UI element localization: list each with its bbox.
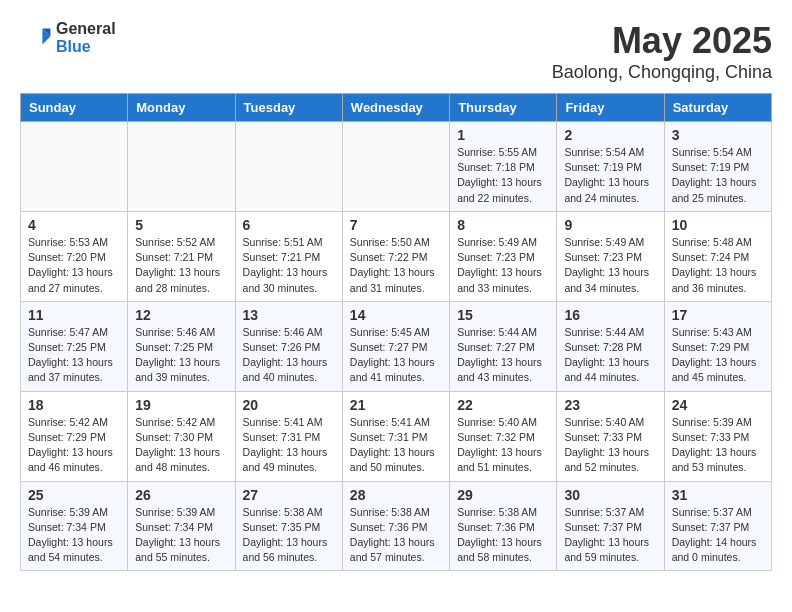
calendar-cell: 16Sunrise: 5:44 AM Sunset: 7:28 PM Dayli… [557,301,664,391]
calendar-cell: 29Sunrise: 5:38 AM Sunset: 7:36 PM Dayli… [450,481,557,571]
logo-blue: Blue [56,38,116,56]
day-number: 31 [672,487,764,503]
day-info: Sunrise: 5:38 AM Sunset: 7:36 PM Dayligh… [457,505,549,566]
calendar-cell: 4Sunrise: 5:53 AM Sunset: 7:20 PM Daylig… [21,211,128,301]
day-number: 11 [28,307,120,323]
day-info: Sunrise: 5:37 AM Sunset: 7:37 PM Dayligh… [564,505,656,566]
calendar-cell: 6Sunrise: 5:51 AM Sunset: 7:21 PM Daylig… [235,211,342,301]
day-info: Sunrise: 5:54 AM Sunset: 7:19 PM Dayligh… [564,145,656,206]
day-number: 20 [243,397,335,413]
calendar-cell: 30Sunrise: 5:37 AM Sunset: 7:37 PM Dayli… [557,481,664,571]
day-number: 7 [350,217,442,233]
day-number: 14 [350,307,442,323]
day-info: Sunrise: 5:46 AM Sunset: 7:26 PM Dayligh… [243,325,335,386]
day-info: Sunrise: 5:52 AM Sunset: 7:21 PM Dayligh… [135,235,227,296]
weekday-header-monday: Monday [128,94,235,122]
day-info: Sunrise: 5:39 AM Sunset: 7:33 PM Dayligh… [672,415,764,476]
logo: General Blue [20,20,116,55]
calendar-cell: 17Sunrise: 5:43 AM Sunset: 7:29 PM Dayli… [664,301,771,391]
day-info: Sunrise: 5:40 AM Sunset: 7:33 PM Dayligh… [564,415,656,476]
calendar-cell: 3Sunrise: 5:54 AM Sunset: 7:19 PM Daylig… [664,122,771,212]
day-number: 27 [243,487,335,503]
day-info: Sunrise: 5:42 AM Sunset: 7:30 PM Dayligh… [135,415,227,476]
calendar-table: SundayMondayTuesdayWednesdayThursdayFrid… [20,93,772,571]
calendar-cell [21,122,128,212]
week-row-4: 18Sunrise: 5:42 AM Sunset: 7:29 PM Dayli… [21,391,772,481]
day-number: 23 [564,397,656,413]
week-row-5: 25Sunrise: 5:39 AM Sunset: 7:34 PM Dayli… [21,481,772,571]
day-number: 15 [457,307,549,323]
weekday-header-friday: Friday [557,94,664,122]
day-info: Sunrise: 5:41 AM Sunset: 7:31 PM Dayligh… [350,415,442,476]
week-row-3: 11Sunrise: 5:47 AM Sunset: 7:25 PM Dayli… [21,301,772,391]
day-number: 12 [135,307,227,323]
calendar-cell: 13Sunrise: 5:46 AM Sunset: 7:26 PM Dayli… [235,301,342,391]
logo-icon [20,22,52,54]
calendar-cell: 25Sunrise: 5:39 AM Sunset: 7:34 PM Dayli… [21,481,128,571]
day-info: Sunrise: 5:49 AM Sunset: 7:23 PM Dayligh… [564,235,656,296]
calendar-cell: 31Sunrise: 5:37 AM Sunset: 7:37 PM Dayli… [664,481,771,571]
calendar-cell: 9Sunrise: 5:49 AM Sunset: 7:23 PM Daylig… [557,211,664,301]
day-number: 2 [564,127,656,143]
weekday-header-sunday: Sunday [21,94,128,122]
weekday-header-tuesday: Tuesday [235,94,342,122]
day-number: 25 [28,487,120,503]
day-info: Sunrise: 5:39 AM Sunset: 7:34 PM Dayligh… [28,505,120,566]
day-number: 16 [564,307,656,323]
day-info: Sunrise: 5:48 AM Sunset: 7:24 PM Dayligh… [672,235,764,296]
day-info: Sunrise: 5:39 AM Sunset: 7:34 PM Dayligh… [135,505,227,566]
week-row-2: 4Sunrise: 5:53 AM Sunset: 7:20 PM Daylig… [21,211,772,301]
day-info: Sunrise: 5:50 AM Sunset: 7:22 PM Dayligh… [350,235,442,296]
day-number: 26 [135,487,227,503]
weekday-header-row: SundayMondayTuesdayWednesdayThursdayFrid… [21,94,772,122]
day-number: 30 [564,487,656,503]
day-number: 21 [350,397,442,413]
calendar-cell: 14Sunrise: 5:45 AM Sunset: 7:27 PM Dayli… [342,301,449,391]
calendar-cell: 22Sunrise: 5:40 AM Sunset: 7:32 PM Dayli… [450,391,557,481]
day-number: 10 [672,217,764,233]
day-info: Sunrise: 5:51 AM Sunset: 7:21 PM Dayligh… [243,235,335,296]
calendar-cell [342,122,449,212]
day-number: 24 [672,397,764,413]
day-number: 5 [135,217,227,233]
calendar-cell: 11Sunrise: 5:47 AM Sunset: 7:25 PM Dayli… [21,301,128,391]
day-number: 13 [243,307,335,323]
calendar-cell: 21Sunrise: 5:41 AM Sunset: 7:31 PM Dayli… [342,391,449,481]
weekday-header-wednesday: Wednesday [342,94,449,122]
location-title: Baolong, Chongqing, China [552,62,772,83]
day-info: Sunrise: 5:44 AM Sunset: 7:27 PM Dayligh… [457,325,549,386]
page-header: General Blue May 2025 Baolong, Chongqing… [20,20,772,83]
day-number: 8 [457,217,549,233]
day-number: 1 [457,127,549,143]
day-number: 22 [457,397,549,413]
title-block: May 2025 Baolong, Chongqing, China [552,20,772,83]
day-info: Sunrise: 5:47 AM Sunset: 7:25 PM Dayligh… [28,325,120,386]
calendar-cell [235,122,342,212]
calendar-cell: 2Sunrise: 5:54 AM Sunset: 7:19 PM Daylig… [557,122,664,212]
month-title: May 2025 [552,20,772,62]
calendar-cell: 18Sunrise: 5:42 AM Sunset: 7:29 PM Dayli… [21,391,128,481]
day-number: 29 [457,487,549,503]
day-info: Sunrise: 5:43 AM Sunset: 7:29 PM Dayligh… [672,325,764,386]
calendar-cell: 23Sunrise: 5:40 AM Sunset: 7:33 PM Dayli… [557,391,664,481]
day-info: Sunrise: 5:42 AM Sunset: 7:29 PM Dayligh… [28,415,120,476]
day-info: Sunrise: 5:44 AM Sunset: 7:28 PM Dayligh… [564,325,656,386]
day-info: Sunrise: 5:41 AM Sunset: 7:31 PM Dayligh… [243,415,335,476]
weekday-header-thursday: Thursday [450,94,557,122]
day-info: Sunrise: 5:37 AM Sunset: 7:37 PM Dayligh… [672,505,764,566]
calendar-cell: 27Sunrise: 5:38 AM Sunset: 7:35 PM Dayli… [235,481,342,571]
calendar-cell: 1Sunrise: 5:55 AM Sunset: 7:18 PM Daylig… [450,122,557,212]
calendar-cell: 24Sunrise: 5:39 AM Sunset: 7:33 PM Dayli… [664,391,771,481]
day-number: 9 [564,217,656,233]
logo-text: General Blue [56,20,116,55]
calendar-cell: 28Sunrise: 5:38 AM Sunset: 7:36 PM Dayli… [342,481,449,571]
day-info: Sunrise: 5:53 AM Sunset: 7:20 PM Dayligh… [28,235,120,296]
calendar-cell: 15Sunrise: 5:44 AM Sunset: 7:27 PM Dayli… [450,301,557,391]
day-info: Sunrise: 5:45 AM Sunset: 7:27 PM Dayligh… [350,325,442,386]
calendar-cell: 7Sunrise: 5:50 AM Sunset: 7:22 PM Daylig… [342,211,449,301]
calendar-cell: 5Sunrise: 5:52 AM Sunset: 7:21 PM Daylig… [128,211,235,301]
calendar-cell: 20Sunrise: 5:41 AM Sunset: 7:31 PM Dayli… [235,391,342,481]
day-info: Sunrise: 5:38 AM Sunset: 7:35 PM Dayligh… [243,505,335,566]
week-row-1: 1Sunrise: 5:55 AM Sunset: 7:18 PM Daylig… [21,122,772,212]
day-info: Sunrise: 5:54 AM Sunset: 7:19 PM Dayligh… [672,145,764,206]
